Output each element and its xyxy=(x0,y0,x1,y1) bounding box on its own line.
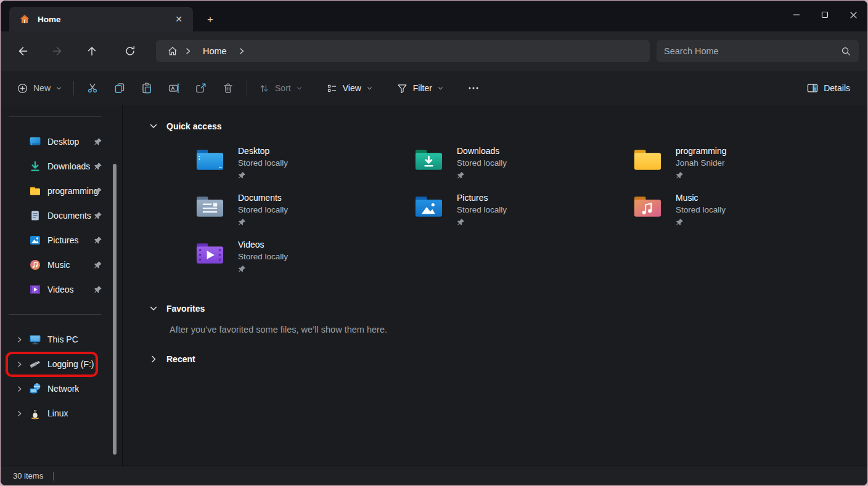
content-pane: Quick access Desktop Stored locally Down… xyxy=(123,105,868,467)
sidebar-item-desktop[interactable]: Desktop xyxy=(1,129,122,154)
tile-name: Documents xyxy=(238,192,288,204)
music-icon xyxy=(29,259,41,271)
sidebar-divider xyxy=(9,116,101,117)
tile-music[interactable]: Music Stored locally xyxy=(632,190,851,237)
section-quick-access[interactable]: Quick access xyxy=(123,118,868,135)
tile-name: Music xyxy=(676,192,726,204)
tab-close-icon[interactable]: ✕ xyxy=(171,11,187,27)
filter-button[interactable]: Filter xyxy=(390,76,450,100)
sidebar-item-logging-drive[interactable]: Logging (F:) xyxy=(1,352,122,376)
new-label: New xyxy=(33,83,51,93)
sidebar-divider xyxy=(9,314,101,315)
forward-button[interactable] xyxy=(45,40,70,62)
tile-subtitle: Stored locally xyxy=(676,204,726,216)
copy-button[interactable] xyxy=(106,76,133,100)
tile-programming[interactable]: programming Jonah Snider xyxy=(632,144,851,190)
tile-subtitle: Stored locally xyxy=(238,204,288,216)
sidebar-item-network[interactable]: Network xyxy=(1,376,122,401)
expand-chevron-icon[interactable] xyxy=(13,386,25,392)
chevron-right-icon[interactable] xyxy=(149,355,158,363)
expand-chevron-icon[interactable] xyxy=(13,336,25,343)
details-button[interactable]: Details xyxy=(800,76,856,100)
pushpin-icon xyxy=(94,162,102,171)
sidebar-item-videos[interactable]: Videos xyxy=(1,277,122,302)
more-dots-icon xyxy=(467,82,480,94)
usb-drive-icon xyxy=(29,358,41,370)
maximize-button[interactable] xyxy=(811,1,839,29)
tile-downloads[interactable]: Downloads Stored locally xyxy=(413,144,632,190)
delete-button[interactable] xyxy=(215,76,242,100)
home-outline-icon xyxy=(167,46,178,57)
cut-button[interactable] xyxy=(79,76,106,100)
downloads-folder-icon xyxy=(414,147,443,172)
sidebar-item-linux[interactable]: Linux xyxy=(1,401,122,426)
sidebar-item-programming[interactable]: programming xyxy=(1,179,122,203)
this-pc-icon xyxy=(29,333,41,346)
new-tab-button[interactable]: + xyxy=(202,12,219,28)
tile-videos[interactable]: Videos Stored locally xyxy=(194,237,413,284)
tile-subtitle: Stored locally xyxy=(457,157,507,169)
pushpin-icon xyxy=(94,285,102,294)
tab-home[interactable]: Home ✕ xyxy=(9,7,193,31)
tab-title: Home xyxy=(38,15,171,24)
section-recent[interactable]: Recent xyxy=(123,350,868,368)
chevron-down-icon xyxy=(55,85,62,92)
close-window-button[interactable] xyxy=(839,1,867,29)
document-icon xyxy=(29,209,41,222)
tile-documents[interactable]: Documents Stored locally xyxy=(194,190,413,237)
search-box[interactable] xyxy=(657,40,859,62)
back-button[interactable] xyxy=(10,40,35,62)
sidebar-item-downloads[interactable]: Downloads xyxy=(1,154,122,179)
view-button[interactable]: View xyxy=(320,76,379,100)
expand-chevron-icon[interactable] xyxy=(13,410,25,417)
tile-desktop[interactable]: Desktop Stored locally xyxy=(194,144,413,190)
rename-button[interactable] xyxy=(160,76,187,100)
sidebar-item-label: programming xyxy=(47,186,98,196)
expand-chevron-icon[interactable] xyxy=(13,361,25,368)
search-input[interactable] xyxy=(664,46,841,56)
chevron-down-icon[interactable] xyxy=(149,122,158,131)
sidebar: Desktop Downloads programming xyxy=(1,105,123,467)
chevron-right-icon[interactable] xyxy=(238,47,245,55)
quick-access-grid: Desktop Stored locally Downloads Stored … xyxy=(194,144,868,284)
pushpin-icon xyxy=(676,171,684,179)
minimize-button[interactable] xyxy=(782,1,811,29)
chevron-down-icon[interactable] xyxy=(149,304,158,313)
sidebar-item-label: Desktop xyxy=(47,137,79,147)
paste-button[interactable] xyxy=(133,76,160,100)
new-button[interactable]: New xyxy=(10,76,68,100)
view-icon xyxy=(326,83,338,94)
sidebar-item-label: This PC xyxy=(47,334,78,344)
pushpin-icon xyxy=(94,236,102,245)
section-title: Favorites xyxy=(166,304,205,314)
breadcrumb-segment-home[interactable]: Home xyxy=(198,45,232,57)
pushpin-icon xyxy=(94,137,102,146)
breadcrumb[interactable]: Home xyxy=(156,40,650,62)
up-button[interactable] xyxy=(80,40,104,62)
back-arrow-icon xyxy=(17,45,29,57)
share-button[interactable] xyxy=(187,76,215,100)
pushpin-icon xyxy=(94,261,102,269)
section-favorites[interactable]: Favorites xyxy=(123,300,868,317)
refresh-button[interactable] xyxy=(118,40,142,62)
sidebar-scrollbar[interactable] xyxy=(113,164,117,455)
sort-button[interactable]: Sort xyxy=(252,76,309,100)
tile-pictures[interactable]: Pictures Stored locally xyxy=(413,190,632,237)
delete-icon xyxy=(222,82,234,94)
status-divider xyxy=(53,472,54,480)
sidebar-item-documents[interactable]: Documents xyxy=(1,203,122,228)
magnifier-icon[interactable] xyxy=(841,46,851,57)
share-icon xyxy=(195,82,207,94)
chevron-right-icon[interactable] xyxy=(184,47,192,55)
section-title: Recent xyxy=(166,354,195,364)
tile-name: Pictures xyxy=(457,192,507,204)
sidebar-item-music[interactable]: Music xyxy=(1,253,122,277)
sidebar-item-label: Music xyxy=(47,260,70,270)
more-options-button[interactable] xyxy=(460,76,487,100)
filter-icon xyxy=(396,83,408,94)
sidebar-item-pictures[interactable]: Pictures xyxy=(1,228,122,253)
sidebar-item-label: Network xyxy=(47,384,79,394)
sidebar-item-this-pc[interactable]: This PC xyxy=(1,327,122,352)
window-body: Desktop Downloads programming xyxy=(1,105,867,467)
tile-subtitle: Stored locally xyxy=(238,157,288,169)
